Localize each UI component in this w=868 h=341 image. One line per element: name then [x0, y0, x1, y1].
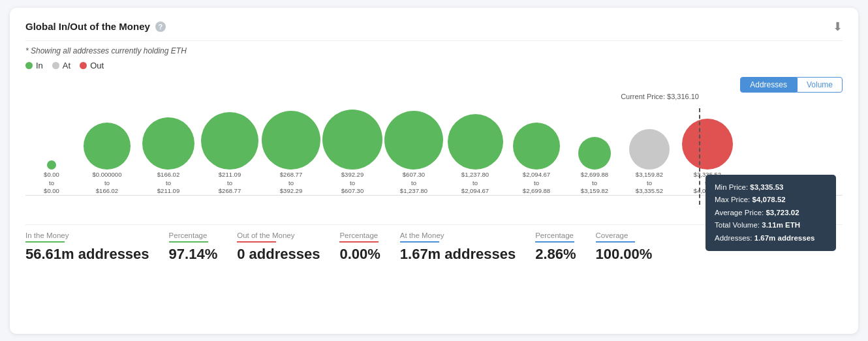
price-label-0: $0.00to$0.00 [44, 171, 59, 195]
bubble-col-8: $2,094.67to$2,699.88 [507, 123, 566, 195]
stat-pct-out: Percentage 0.00% [339, 231, 399, 263]
bubble-5 [322, 110, 382, 170]
tooltip-min: Min Price: $3,335.53 [715, 181, 827, 194]
price-label-3: $211.09to$268.77 [219, 171, 241, 195]
legend-in: In [25, 61, 43, 70]
legend-dot-out [80, 62, 87, 69]
legend-label-out: Out [90, 61, 104, 70]
bubble-10 [629, 129, 670, 170]
tooltip-addresses-val: 1.67m addresses [754, 234, 815, 242]
tooltip-addresses: Addresses: 1.67m addresses [715, 232, 827, 245]
stat-pct-in: Percentage 97.14% [169, 231, 238, 263]
legend-at: At [52, 61, 70, 70]
tooltip-volume-val: 3.11m ETH [762, 221, 800, 229]
price-label-9: $2,699.88to$3,159.82 [581, 171, 608, 195]
bubble-1 [84, 123, 131, 170]
price-label-10: $3,159.82to$3,335.52 [636, 171, 663, 195]
legend-row: In At Out [25, 61, 843, 70]
bubble-col-5: $392.29to$607.30 [323, 110, 382, 195]
stat-value-pct-at: 2.86% [535, 246, 576, 263]
price-label-8: $2,094.67to$2,699.88 [523, 171, 550, 195]
addresses-toggle[interactable]: Addresses [740, 77, 797, 93]
bubble-col-10: $3,159.82to$3,335.52 [623, 129, 675, 195]
header-row: Global In/Out of the Money ? ⬇ [25, 20, 843, 41]
header-left: Global In/Out of the Money ? [25, 21, 166, 32]
stat-label-coverage: Coverage [596, 231, 653, 239]
bubble-col-2: $166.02to$211.09 [139, 117, 198, 195]
price-label-6: $607.30to$1,237.80 [400, 171, 427, 195]
stat-underline-out [237, 241, 276, 243]
chart-area: Addresses Volume Current Price: $3,316.1… [25, 77, 843, 220]
bubble-col-3: $211.09to$268.77 [200, 112, 259, 195]
stat-value-pct-in: 97.14% [169, 246, 218, 263]
legend-dot-at [52, 62, 59, 69]
tooltip-avg: Average Price: $3,723.02 [715, 207, 827, 220]
price-label-5: $392.29to$607.30 [341, 171, 364, 195]
help-icon[interactable]: ? [155, 22, 166, 32]
price-label-1: $0.000000to$166.02 [93, 171, 122, 195]
bubble-col-6: $607.30to$1,237.80 [384, 111, 443, 195]
bubble-col-4: $268.77to$392.29 [262, 111, 320, 195]
volume-toggle[interactable]: Volume [797, 77, 843, 93]
tooltip-avg-price: $3,723.02 [766, 209, 799, 216]
stat-value-pct-out: 0.00% [339, 246, 380, 263]
bubble-3 [201, 112, 258, 170]
stat-pct-at: Percentage 2.86% [535, 231, 595, 263]
bubble-col-7: $1,237.80to$2,094.67 [446, 114, 504, 195]
stat-label-pct-in: Percentage [169, 231, 218, 239]
bubble-0 [47, 160, 56, 170]
stat-coverage: Coverage 100.00% [596, 231, 672, 263]
tooltip-max-price: $4,078.52 [752, 196, 786, 203]
page-title: Global In/Out of the Money [25, 21, 150, 32]
bubble-8 [513, 123, 560, 170]
legend-dot-in [25, 62, 33, 69]
stat-underline-at [400, 241, 439, 243]
stat-underline-pct-at [535, 241, 574, 243]
tooltip-volume: Total Volume: 3.11m ETH [715, 219, 827, 232]
stat-label-pct-out: Percentage [339, 231, 380, 239]
bubble-col-9: $2,699.88to$3,159.82 [568, 137, 621, 195]
stat-in-the-money: In the Money 56.61m addresses [25, 231, 169, 263]
download-icon[interactable]: ⬇ [833, 20, 843, 34]
toggle-buttons: Addresses Volume [740, 77, 843, 93]
bubble-col-1: $0.000000to$166.02 [78, 123, 136, 195]
legend-label-at: At [63, 61, 70, 70]
tooltip-min-price: $3,335.53 [750, 183, 783, 191]
stat-value-at: 1.67m addresses [400, 246, 516, 263]
stat-value-out: 0 addresses [237, 246, 320, 263]
stat-underline-pct-out [339, 241, 379, 243]
bubble-7 [448, 114, 503, 170]
price-label-2: $166.02to$211.09 [157, 171, 179, 195]
stat-value-in: 56.61m addresses [25, 246, 149, 263]
stat-out-the-money: Out of the Money 0 addresses [237, 231, 339, 263]
subtitle: * Showing all addresses currently holdin… [25, 46, 843, 55]
bubble-9 [578, 137, 611, 170]
stat-value-coverage: 100.00% [596, 246, 653, 263]
price-label-7: $1,237.80to$2,094.67 [461, 171, 489, 195]
stat-underline-pct-in [169, 241, 208, 243]
divider-line [699, 108, 700, 205]
stat-label-at: At the Money [400, 231, 516, 239]
legend-out: Out [80, 61, 104, 70]
tooltip-box: Min Price: $3,335.53 Max Price: $4,078.5… [705, 175, 836, 252]
bubble-6 [384, 111, 443, 170]
stat-label-pct-at: Percentage [535, 231, 576, 239]
stat-at-the-money: At the Money 1.67m addresses [400, 231, 535, 263]
stat-underline-coverage [596, 241, 635, 243]
stat-label-in: In the Money [25, 231, 149, 239]
bubble-2 [142, 117, 194, 170]
current-price-label: Current Price: $3,316.10 [621, 93, 699, 100]
price-label-4: $268.77to$392.29 [280, 171, 302, 195]
tooltip-max: Max Price: $4,078.52 [715, 194, 827, 207]
main-card: Global In/Out of the Money ? ⬇ * Showing… [10, 8, 858, 334]
legend-label-in: In [36, 61, 43, 70]
bubble-4 [262, 111, 320, 170]
stat-label-out: Out of the Money [237, 231, 320, 239]
stat-underline-in [25, 241, 65, 243]
bubble-11 [682, 119, 733, 170]
bubble-col-0: $0.00to$0.00 [28, 160, 75, 195]
